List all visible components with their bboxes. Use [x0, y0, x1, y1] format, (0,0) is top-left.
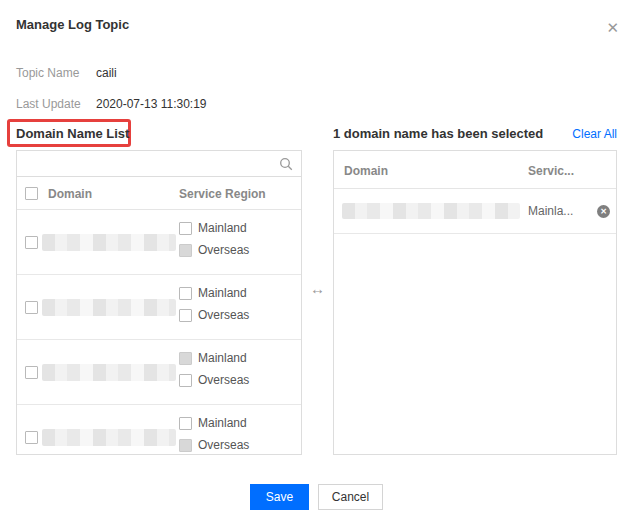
close-icon[interactable]: ✕	[606, 20, 619, 35]
domain-list-row: Mainland Overseas	[17, 210, 301, 275]
overseas-label: Overseas	[198, 373, 249, 387]
last-update-label: Last Update	[16, 97, 81, 111]
overseas-label: Overseas	[198, 243, 249, 257]
blurred-domain-name	[42, 299, 176, 316]
selected-summary: 1 domain name has been selected	[333, 126, 543, 141]
domain-search-bar	[17, 151, 301, 177]
dialog-title: Manage Log Topic	[16, 17, 129, 32]
mainland-label: Mainland	[198, 416, 247, 430]
blurred-domain-name	[42, 429, 176, 446]
mainland-option[interactable]: Mainland	[179, 351, 249, 365]
domain-list-row: Mainland Overseas	[17, 405, 301, 455]
save-button[interactable]: Save	[250, 484, 309, 510]
remove-icon[interactable]: ✕	[597, 205, 610, 218]
blurred-selected-domain	[342, 203, 520, 219]
mainland-checkbox[interactable]	[179, 352, 192, 365]
mainland-option[interactable]: Mainland	[179, 286, 249, 300]
row-select-checkbox[interactable]	[25, 366, 38, 379]
overseas-label: Overseas	[198, 308, 249, 322]
overseas-checkbox[interactable]	[179, 309, 192, 322]
domain-list-row: Mainland Overseas	[17, 275, 301, 340]
domain-list-body: Mainland Overseas Mainland Overseas	[17, 210, 301, 455]
service-region-options: Mainland Overseas	[179, 351, 249, 387]
mainland-checkbox[interactable]	[179, 287, 192, 300]
mainland-label: Mainland	[198, 351, 247, 365]
domain-list-header: Domain Service Region	[17, 177, 301, 210]
row-select-checkbox[interactable]	[25, 301, 38, 314]
row-select-checkbox[interactable]	[25, 431, 38, 444]
service-region-options: Mainland Overseas	[179, 221, 249, 257]
selected-domain-column-header: Domain	[344, 164, 388, 178]
topic-name-value: caili	[96, 66, 117, 80]
domain-name-list-heading: Domain Name List	[16, 126, 129, 141]
transfer-arrow-icon: ↔	[310, 280, 325, 297]
domain-list-panel: Domain Service Region Mainland Overseas …	[16, 150, 302, 455]
domain-column-header: Domain	[48, 187, 92, 201]
domain-search-input[interactable]	[25, 154, 279, 174]
mainland-option[interactable]: Mainland	[179, 221, 249, 235]
mainland-option[interactable]: Mainland	[179, 416, 249, 430]
mainland-checkbox[interactable]	[179, 222, 192, 235]
row-select-checkbox[interactable]	[25, 236, 38, 249]
selected-domains-panel: Domain Servic... Mainla... ✕	[333, 150, 617, 455]
overseas-checkbox[interactable]	[179, 439, 192, 452]
overseas-option[interactable]: Overseas	[179, 243, 249, 257]
overseas-option[interactable]: Overseas	[179, 373, 249, 387]
domain-list-row: Mainland Overseas	[17, 340, 301, 405]
blurred-domain-name	[42, 234, 176, 251]
overseas-checkbox[interactable]	[179, 374, 192, 387]
selected-region-column-header: Servic...	[528, 164, 574, 178]
service-region-column-header: Service Region	[179, 187, 266, 201]
select-all-checkbox[interactable]	[25, 187, 38, 200]
service-region-options: Mainland Overseas	[179, 286, 249, 322]
selected-region-value: Mainla...	[528, 204, 573, 218]
blurred-domain-name	[42, 364, 176, 381]
service-region-options: Mainland Overseas	[179, 416, 249, 452]
mainland-checkbox[interactable]	[179, 417, 192, 430]
selected-list-body: Mainla... ✕	[334, 189, 616, 234]
last-update-value: 2020-07-13 11:30:19	[96, 97, 207, 111]
overseas-option[interactable]: Overseas	[179, 438, 249, 452]
mainland-label: Mainland	[198, 286, 247, 300]
cancel-button[interactable]: Cancel	[318, 484, 383, 510]
mainland-label: Mainland	[198, 221, 247, 235]
overseas-option[interactable]: Overseas	[179, 308, 249, 322]
overseas-label: Overseas	[198, 438, 249, 452]
search-icon[interactable]	[279, 157, 293, 171]
selected-domain-row: Mainla... ✕	[334, 189, 616, 234]
topic-name-label: Topic Name	[16, 66, 79, 80]
overseas-checkbox[interactable]	[179, 244, 192, 257]
clear-all-link[interactable]: Clear All	[572, 127, 617, 141]
selected-list-header: Domain Servic...	[334, 151, 616, 189]
